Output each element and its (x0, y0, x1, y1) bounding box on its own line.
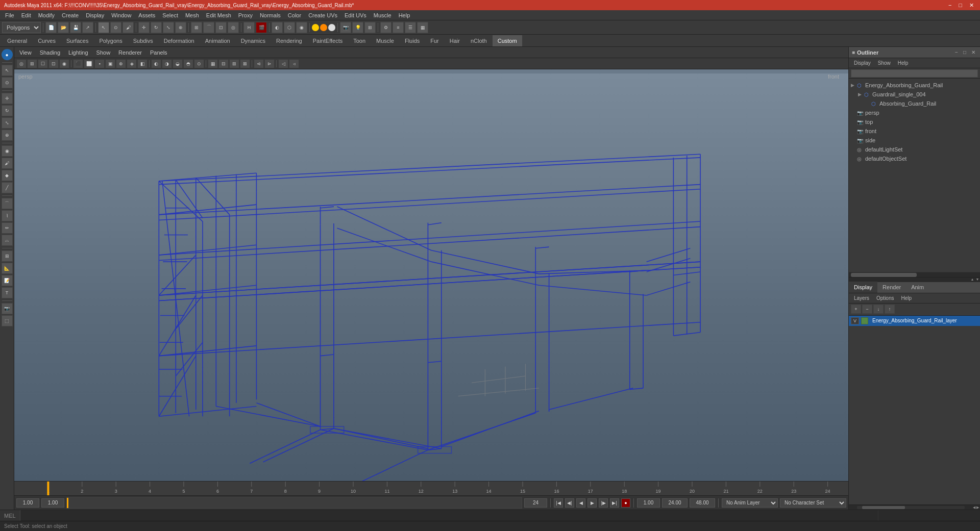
play-back-btn[interactable]: ◀ (576, 498, 585, 508)
annotation-tool[interactable]: 📝 (2, 275, 13, 286)
vertex-tool[interactable]: ◆ (2, 170, 13, 181)
vp-icon-2[interactable]: ⊞ (27, 59, 37, 68)
paint-btn[interactable]: 🖌 (122, 22, 134, 33)
snap-point-btn[interactable]: ⊡ (215, 22, 227, 33)
channel-btn[interactable]: ☰ (405, 22, 416, 33)
color-orange[interactable] (320, 24, 327, 31)
color-yellow[interactable] (312, 24, 319, 31)
color-white[interactable] (328, 24, 335, 31)
tab-rendering[interactable]: Rendering (271, 35, 307, 46)
menu-edit-uvs[interactable]: Edit UVs (341, 11, 370, 19)
select-tool[interactable]: ↖ (2, 65, 13, 76)
tab-dynamics[interactable]: Dynamics (236, 35, 271, 46)
menu-create[interactable]: Create (59, 11, 82, 19)
layers-add-sel-btn[interactable]: ↓ (873, 305, 884, 314)
new-file-btn[interactable]: 📄 (45, 22, 57, 33)
timeline-area[interactable] (14, 481, 848, 495)
end-frame-input[interactable] (524, 498, 547, 508)
pencil-tool[interactable]: ✏ (2, 222, 13, 234)
out-menu-help[interactable]: Help (895, 59, 912, 67)
vp-menu-panels[interactable]: Panels (147, 48, 170, 57)
vp-icon-19[interactable]: ⊟ (218, 59, 229, 68)
tab-curves[interactable]: Curves (33, 35, 61, 46)
vp-menu-view[interactable]: View (16, 48, 35, 57)
cmd-input[interactable] (20, 510, 878, 521)
tree-item-guardrail-single[interactable]: ▶ ⬡ Guardrail_single_004 (849, 90, 980, 99)
vp-icon-10[interactable]: ⊕ (116, 59, 126, 68)
menu-edit[interactable]: Edit (18, 11, 34, 19)
menu-edit-mesh[interactable]: Edit Mesh (203, 11, 234, 19)
vp-icon-22[interactable]: ⊲ (254, 59, 264, 68)
vp-icon-25[interactable]: ◃ (289, 59, 299, 68)
universal-tool[interactable]: ⊕ (2, 130, 13, 141)
silhouette-btn[interactable]: ◐ (272, 22, 283, 33)
tab-muscle[interactable]: Muscle (371, 35, 399, 46)
rotate-tool[interactable]: ↻ (2, 105, 13, 116)
vp-menu-lighting[interactable]: Lighting (65, 48, 91, 57)
dr-tab-anim[interactable]: Anim (906, 282, 929, 293)
curve-tool[interactable]: ⌒ (2, 198, 13, 209)
camera-tool[interactable]: 📷 (2, 303, 13, 314)
light-btn[interactable]: 💡 (352, 22, 363, 33)
menu-window[interactable]: Window (108, 11, 134, 19)
vp-menu-renderer[interactable]: Renderer (115, 48, 145, 57)
attribute-btn[interactable]: ≡ (393, 22, 404, 33)
out-scroll-down[interactable]: ▼ (976, 277, 979, 281)
step-back-btn[interactable]: ◀| (565, 498, 574, 508)
grid-btn[interactable]: ⊞ (364, 22, 376, 33)
settings-btn[interactable]: ⚙ (380, 22, 391, 33)
dr-tab-render[interactable]: Render (877, 282, 906, 293)
vp-icon-1[interactable]: ◎ (16, 59, 27, 68)
tab-subdivs[interactable]: Subdivs (128, 35, 158, 46)
tab-fur[interactable]: Fur (425, 35, 444, 46)
sculpt-tool[interactable]: 🖌 (2, 158, 13, 169)
region-render-tool[interactable]: ⬚ (2, 315, 13, 326)
vp-icon-24[interactable]: ◁ (278, 59, 288, 68)
vp-icon-8[interactable]: ▪ (94, 59, 105, 68)
wire-btn[interactable]: ⬡ (284, 22, 295, 33)
outliner2-btn[interactable]: ▦ (417, 22, 428, 33)
tab-custom[interactable]: Custom (493, 35, 522, 46)
layers-new-btn[interactable]: + (851, 305, 861, 314)
vp-icon-15[interactable]: ◒ (173, 59, 183, 68)
rotate-btn[interactable]: ↻ (151, 22, 162, 33)
lasso-btn[interactable]: ⊙ (110, 22, 121, 33)
goto-start-btn[interactable]: |◀ (554, 498, 563, 508)
tab-painteffects[interactable]: PaintEffects (308, 35, 348, 46)
import-btn[interactable]: ↗ (82, 22, 93, 33)
mode-dropdown[interactable]: Polygons (2, 22, 41, 33)
render-btn[interactable]: 🎬 (256, 22, 267, 33)
tab-ncloth[interactable]: nCloth (465, 35, 492, 46)
vp-icon-23[interactable]: ⊳ (264, 59, 275, 68)
menu-create-uvs[interactable]: Create UVs (305, 11, 340, 19)
step-fwd-btn[interactable]: |▶ (599, 498, 608, 508)
vp-icon-17[interactable]: ⊙ (194, 59, 204, 68)
menu-proxy[interactable]: Proxy (235, 11, 256, 19)
current-frame-input[interactable] (16, 498, 39, 508)
measure-tool[interactable]: 📐 (2, 263, 13, 274)
menu-color[interactable]: Color (285, 11, 304, 19)
menu-normals[interactable]: Normals (257, 11, 284, 19)
menu-help[interactable]: Help (396, 11, 413, 19)
move-tool[interactable]: ✛ (2, 93, 13, 104)
tree-item-absorbing-guard[interactable]: ⬡ Absorbing_Guard_Rail (849, 99, 980, 108)
snap-grid-btn[interactable]: ⊞ (191, 22, 202, 33)
outliner-minimize[interactable]: − (953, 49, 960, 55)
tab-surfaces[interactable]: Surfaces (61, 35, 93, 46)
tree-item-front[interactable]: 📷 front (849, 127, 980, 136)
outliner-tree[interactable]: ▶ ⬡ Energy_Absorbing_Guard_Rail ▶ ⬡ Guar… (849, 79, 980, 272)
snap-curve-btn[interactable]: ⌒ (203, 22, 214, 33)
show-manip-tool[interactable]: ⊞ (2, 250, 13, 262)
vp-icon-4[interactable]: ⊡ (48, 59, 59, 68)
layer-visibility-toggle[interactable]: V (851, 317, 859, 324)
ep-curve-tool[interactable]: ⌇ (2, 210, 13, 221)
history-btn[interactable]: H (243, 22, 255, 33)
tree-item-default-light-set[interactable]: ◎ defaultLightSet (849, 145, 980, 154)
vp-icon-6[interactable]: ⬛ (73, 59, 83, 68)
tree-item-side[interactable]: 📷 side (849, 136, 980, 145)
start-frame-input[interactable] (41, 498, 64, 508)
vp-icon-9[interactable]: ▣ (105, 59, 115, 68)
maximize-btn[interactable]: □ (957, 2, 964, 9)
tree-item-default-object-set[interactable]: ◎ defaultObjectSet (849, 154, 980, 163)
viewport-canvas[interactable]: persp front X Y Z (14, 69, 848, 481)
